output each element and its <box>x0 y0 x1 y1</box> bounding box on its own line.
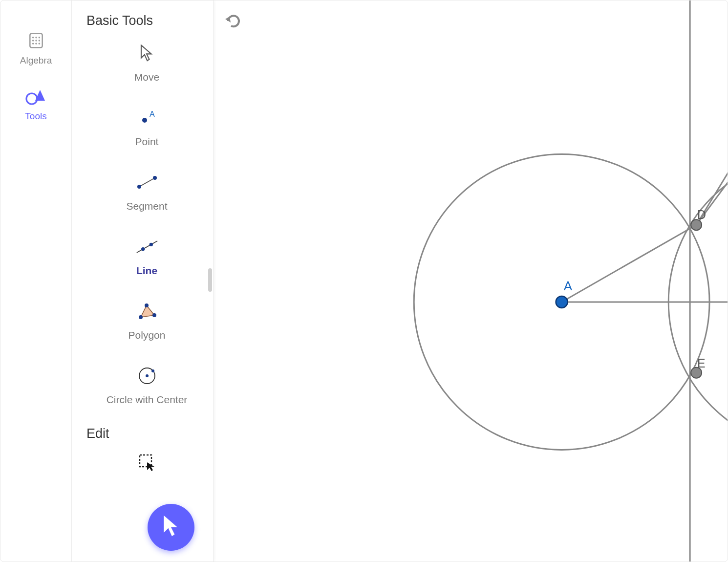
geometry-canvas[interactable]: A B D E <box>214 0 728 562</box>
undo-button[interactable] <box>224 14 244 34</box>
select-rect-icon[interactable] <box>136 451 158 474</box>
svg-point-20 <box>145 303 149 307</box>
tool-label: Segment <box>126 200 167 212</box>
tool-move[interactable]: Move <box>134 42 159 83</box>
tool-panel-heading: Basic Tools <box>86 13 207 28</box>
segment-icon <box>136 171 158 194</box>
calculator-icon <box>25 30 47 51</box>
circle-center-icon <box>136 365 158 387</box>
svg-point-10 <box>26 93 37 104</box>
nav-label: Tools <box>25 111 46 122</box>
tool-panel-scrollbar[interactable] <box>208 268 212 292</box>
label-a: A <box>564 279 573 293</box>
left-nav: Algebra Tools <box>0 0 72 562</box>
label-d: D <box>697 208 706 221</box>
tool-circle-center[interactable]: Circle with Center <box>107 365 188 406</box>
svg-line-13 <box>139 178 155 187</box>
nav-algebra[interactable]: Algebra <box>20 30 52 66</box>
tool-label: Polygon <box>128 329 166 341</box>
svg-line-16 <box>136 241 157 253</box>
line-icon <box>136 236 158 258</box>
point-icon: A <box>136 107 158 129</box>
svg-point-14 <box>137 185 141 189</box>
svg-point-18 <box>149 243 152 246</box>
svg-point-19 <box>139 315 143 319</box>
cursor-icon <box>135 42 158 65</box>
point-a[interactable] <box>556 296 568 308</box>
polygon-icon <box>135 300 158 323</box>
tool-panel: Basic Tools Move A Point <box>72 0 214 562</box>
tool-segment[interactable]: Segment <box>126 171 167 212</box>
tool-line[interactable]: Line <box>136 236 158 277</box>
svg-point-24 <box>151 369 154 372</box>
tool-label: Line <box>136 265 157 277</box>
canvas-wrap: A B D E <box>214 0 728 562</box>
tool-list: Move A Point <box>86 42 207 406</box>
cursor-fill-icon <box>161 515 181 540</box>
svg-point-15 <box>153 176 157 180</box>
svg-point-17 <box>141 247 145 251</box>
svg-point-11 <box>142 118 147 123</box>
tool-panel-edit-heading: Edit <box>86 426 207 441</box>
shapes-icon <box>25 86 46 107</box>
nav-tools[interactable]: Tools <box>25 86 46 122</box>
label-e: E <box>697 356 706 370</box>
app-root: Algebra Tools Basic Tools Move <box>0 0 728 562</box>
tool-label: Move <box>134 71 159 83</box>
tool-polygon[interactable]: Polygon <box>128 300 166 341</box>
segment-ad[interactable] <box>562 225 696 302</box>
tool-label: Point <box>135 136 159 148</box>
fab-pointer[interactable] <box>148 504 194 551</box>
svg-point-23 <box>146 374 149 377</box>
svg-point-21 <box>152 313 156 317</box>
nav-label: Algebra <box>20 55 52 66</box>
svg-text:A: A <box>150 110 155 118</box>
tool-label: Circle with Center <box>107 394 188 406</box>
tool-point[interactable]: A Point <box>135 107 159 148</box>
